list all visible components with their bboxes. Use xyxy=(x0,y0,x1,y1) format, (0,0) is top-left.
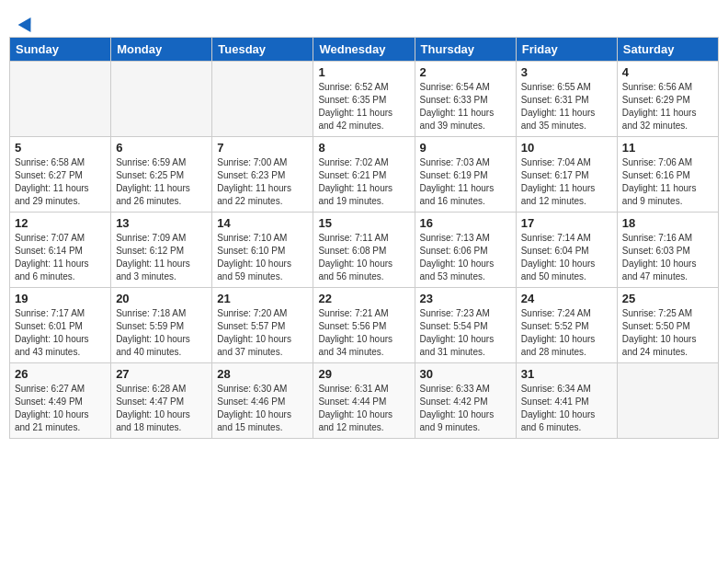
day-info: Sunrise: 7:24 AMSunset: 5:52 PMDaylight:… xyxy=(521,307,612,359)
column-header-friday: Friday xyxy=(516,38,617,62)
logo xyxy=(18,17,35,29)
day-number: 7 xyxy=(217,141,308,155)
day-info: Sunrise: 6:52 AMSunset: 6:35 PMDaylight:… xyxy=(318,81,409,132)
day-number: 21 xyxy=(217,292,308,305)
day-info: Sunrise: 6:33 AMSunset: 4:42 PMDaylight:… xyxy=(420,383,511,434)
calendar-cell: 11Sunrise: 7:06 AMSunset: 6:16 PMDayligh… xyxy=(617,137,718,213)
day-number: 1 xyxy=(318,65,409,79)
calendar-week-row: 1Sunrise: 6:52 AMSunset: 6:35 PMDaylight… xyxy=(10,62,719,137)
calendar-cell: 9Sunrise: 7:03 AMSunset: 6:19 PMDaylight… xyxy=(415,137,516,213)
calendar-cell: 12Sunrise: 7:07 AMSunset: 6:14 PMDayligh… xyxy=(10,213,111,288)
column-header-thursday: Thursday xyxy=(415,38,516,62)
column-header-tuesday: Tuesday xyxy=(212,38,313,62)
calendar-cell: 14Sunrise: 7:10 AMSunset: 6:10 PMDayligh… xyxy=(212,213,313,288)
day-number: 20 xyxy=(116,292,207,305)
calendar-cell: 28Sunrise: 6:30 AMSunset: 4:46 PMDayligh… xyxy=(212,363,313,439)
day-info: Sunrise: 7:03 AMSunset: 6:19 PMDaylight:… xyxy=(420,156,511,208)
day-number: 17 xyxy=(521,216,612,230)
calendar-cell xyxy=(617,363,718,439)
calendar-cell: 3Sunrise: 6:55 AMSunset: 6:31 PMDaylight… xyxy=(516,62,617,137)
day-info: Sunrise: 7:09 AMSunset: 6:12 PMDaylight:… xyxy=(116,232,207,283)
day-info: Sunrise: 6:58 AMSunset: 6:27 PMDaylight:… xyxy=(15,156,106,208)
day-number: 30 xyxy=(420,367,511,381)
day-number: 13 xyxy=(116,216,207,230)
day-number: 22 xyxy=(318,292,409,305)
calendar-cell: 16Sunrise: 7:13 AMSunset: 6:06 PMDayligh… xyxy=(415,213,516,288)
calendar-cell: 15Sunrise: 7:11 AMSunset: 6:08 PMDayligh… xyxy=(313,213,415,288)
calendar-cell: 2Sunrise: 6:54 AMSunset: 6:33 PMDaylight… xyxy=(415,62,516,137)
day-info: Sunrise: 7:17 AMSunset: 6:01 PMDaylight:… xyxy=(15,307,106,359)
day-info: Sunrise: 6:34 AMSunset: 4:41 PMDaylight:… xyxy=(521,383,612,434)
day-number: 4 xyxy=(622,65,713,79)
calendar-cell: 4Sunrise: 6:56 AMSunset: 6:29 PMDaylight… xyxy=(617,62,718,137)
day-number: 23 xyxy=(420,292,511,305)
day-info: Sunrise: 7:21 AMSunset: 5:56 PMDaylight:… xyxy=(318,307,409,359)
day-number: 18 xyxy=(622,216,713,230)
day-number: 24 xyxy=(521,292,612,305)
calendar-cell: 27Sunrise: 6:28 AMSunset: 4:47 PMDayligh… xyxy=(111,363,212,439)
calendar-cell: 8Sunrise: 7:02 AMSunset: 6:21 PMDaylight… xyxy=(313,137,415,213)
calendar-cell: 23Sunrise: 7:23 AMSunset: 5:54 PMDayligh… xyxy=(415,288,516,363)
day-number: 14 xyxy=(217,216,308,230)
calendar-cell: 22Sunrise: 7:21 AMSunset: 5:56 PMDayligh… xyxy=(313,288,415,363)
calendar-cell: 24Sunrise: 7:24 AMSunset: 5:52 PMDayligh… xyxy=(516,288,617,363)
calendar-cell: 13Sunrise: 7:09 AMSunset: 6:12 PMDayligh… xyxy=(111,213,212,288)
day-info: Sunrise: 7:02 AMSunset: 6:21 PMDaylight:… xyxy=(318,156,409,208)
calendar-cell: 18Sunrise: 7:16 AMSunset: 6:03 PMDayligh… xyxy=(617,213,718,288)
day-number: 12 xyxy=(15,216,106,230)
calendar-cell: 30Sunrise: 6:33 AMSunset: 4:42 PMDayligh… xyxy=(415,363,516,439)
day-info: Sunrise: 6:54 AMSunset: 6:33 PMDaylight:… xyxy=(420,81,511,132)
day-info: Sunrise: 7:10 AMSunset: 6:10 PMDaylight:… xyxy=(217,232,308,283)
day-number: 10 xyxy=(521,141,612,155)
day-number: 2 xyxy=(420,65,511,79)
calendar-cell: 5Sunrise: 6:58 AMSunset: 6:27 PMDaylight… xyxy=(10,137,111,213)
day-info: Sunrise: 7:20 AMSunset: 5:57 PMDaylight:… xyxy=(217,307,308,359)
calendar-cell: 17Sunrise: 7:14 AMSunset: 6:04 PMDayligh… xyxy=(516,213,617,288)
calendar-week-row: 12Sunrise: 7:07 AMSunset: 6:14 PMDayligh… xyxy=(10,213,719,288)
calendar-cell: 20Sunrise: 7:18 AMSunset: 5:59 PMDayligh… xyxy=(111,288,212,363)
day-info: Sunrise: 6:30 AMSunset: 4:46 PMDaylight:… xyxy=(217,383,308,434)
day-info: Sunrise: 7:07 AMSunset: 6:14 PMDaylight:… xyxy=(15,232,106,283)
calendar-cell: 7Sunrise: 7:00 AMSunset: 6:23 PMDaylight… xyxy=(212,137,313,213)
day-number: 8 xyxy=(318,141,409,155)
day-info: Sunrise: 6:55 AMSunset: 6:31 PMDaylight:… xyxy=(521,81,612,132)
day-number: 9 xyxy=(420,141,511,155)
day-number: 28 xyxy=(217,367,308,381)
day-number: 3 xyxy=(521,65,612,79)
column-header-saturday: Saturday xyxy=(617,38,718,62)
page-header xyxy=(9,9,719,33)
day-info: Sunrise: 7:14 AMSunset: 6:04 PMDaylight:… xyxy=(521,232,612,283)
calendar-cell xyxy=(10,62,111,137)
calendar-cell: 25Sunrise: 7:25 AMSunset: 5:50 PMDayligh… xyxy=(617,288,718,363)
column-header-monday: Monday xyxy=(111,38,212,62)
calendar-header-row: SundayMondayTuesdayWednesdayThursdayFrid… xyxy=(10,38,719,62)
calendar-cell: 1Sunrise: 6:52 AMSunset: 6:35 PMDaylight… xyxy=(313,62,415,137)
day-number: 25 xyxy=(622,292,713,305)
day-number: 31 xyxy=(521,367,612,381)
calendar-week-row: 26Sunrise: 6:27 AMSunset: 4:49 PMDayligh… xyxy=(10,363,719,439)
day-info: Sunrise: 7:18 AMSunset: 5:59 PMDaylight:… xyxy=(116,307,207,359)
calendar-cell: 21Sunrise: 7:20 AMSunset: 5:57 PMDayligh… xyxy=(212,288,313,363)
column-header-sunday: Sunday xyxy=(10,38,111,62)
calendar-cell: 31Sunrise: 6:34 AMSunset: 4:41 PMDayligh… xyxy=(516,363,617,439)
day-info: Sunrise: 7:13 AMSunset: 6:06 PMDaylight:… xyxy=(420,232,511,283)
logo-bird-icon xyxy=(18,14,38,32)
calendar-cell: 6Sunrise: 6:59 AMSunset: 6:25 PMDaylight… xyxy=(111,137,212,213)
day-number: 11 xyxy=(622,141,713,155)
day-info: Sunrise: 7:00 AMSunset: 6:23 PMDaylight:… xyxy=(217,156,308,208)
day-number: 16 xyxy=(420,216,511,230)
day-number: 6 xyxy=(116,141,207,155)
day-info: Sunrise: 7:16 AMSunset: 6:03 PMDaylight:… xyxy=(622,232,713,283)
day-info: Sunrise: 7:25 AMSunset: 5:50 PMDaylight:… xyxy=(622,307,713,359)
day-info: Sunrise: 6:59 AMSunset: 6:25 PMDaylight:… xyxy=(116,156,207,208)
day-info: Sunrise: 6:27 AMSunset: 4:49 PMDaylight:… xyxy=(15,383,106,434)
day-number: 19 xyxy=(15,292,106,305)
day-number: 5 xyxy=(15,141,106,155)
calendar-table: SundayMondayTuesdayWednesdayThursdayFrid… xyxy=(9,37,719,439)
day-info: Sunrise: 7:06 AMSunset: 6:16 PMDaylight:… xyxy=(622,156,713,208)
day-info: Sunrise: 7:23 AMSunset: 5:54 PMDaylight:… xyxy=(420,307,511,359)
day-number: 29 xyxy=(318,367,409,381)
calendar-week-row: 19Sunrise: 7:17 AMSunset: 6:01 PMDayligh… xyxy=(10,288,719,363)
column-header-wednesday: Wednesday xyxy=(313,38,415,62)
day-info: Sunrise: 7:11 AMSunset: 6:08 PMDaylight:… xyxy=(318,232,409,283)
